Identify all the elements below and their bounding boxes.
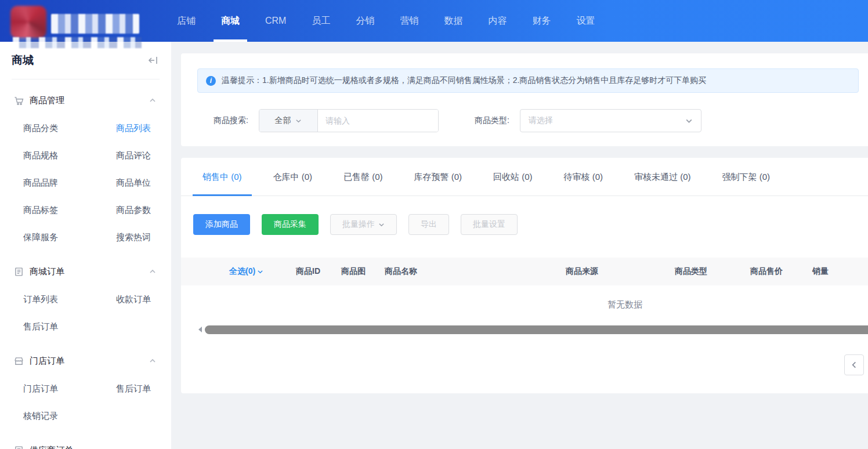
logo-mark-redacted: [10, 6, 46, 38]
export-button[interactable]: 导出: [408, 214, 449, 235]
sidebar-collapse-icon[interactable]: [148, 55, 158, 66]
tab-in-warehouse[interactable]: 仓库中 (0): [263, 158, 323, 195]
tab-recycle-bin[interactable]: 回收站 (0): [483, 158, 542, 195]
sidebar-item-goods-brand[interactable]: 商品品牌: [23, 169, 116, 196]
search-scope-value: 全部: [274, 115, 291, 126]
brand-logo: [5, 3, 154, 49]
batch-operation-label: 批量操作: [342, 219, 375, 230]
select-all-label: 全选(0): [229, 266, 255, 277]
sidebar-item-goods-category[interactable]: 商品分类: [23, 114, 116, 142]
sidebar-section-label: 商品管理: [30, 95, 149, 106]
main-content: i 温馨提示：1.新增商品时可选统一规格或者多规格，满足商品不同销售属性场景；2…: [171, 42, 868, 449]
goods-type-placeholder: 请选择: [529, 115, 685, 126]
sidebar-item-guarantee-service[interactable]: 保障服务: [23, 223, 116, 251]
sidebar-section-mall-orders-header[interactable]: 商城订单: [0, 259, 171, 284]
nav-item-marketing[interactable]: 营销: [400, 0, 418, 42]
search-panel: i 温馨提示：1.新增商品时可选统一规格或者多规格，满足商品不同销售属性场景；2…: [181, 53, 868, 146]
chevron-up-icon: [149, 357, 156, 364]
status-tabs: 销售中 (0) 仓库中 (0) 已售罄 (0) 库存预警 (0) 回收站 (0)…: [181, 158, 868, 196]
batch-operation-button[interactable]: 批量操作: [330, 214, 397, 235]
scroll-left-arrow-icon[interactable]: [198, 327, 202, 332]
logo-text-redacted: [51, 14, 139, 34]
sidebar-section-label: 商城订单: [30, 266, 149, 277]
tab-sold-out[interactable]: 已售罄 (0): [334, 158, 393, 195]
tip-text: 温馨提示：1.新增商品时可选统一规格或者多规格，满足商品不同销售属性场景；2.商…: [222, 75, 706, 86]
sidebar-section-store-orders: 门店订单 门店订单 售后订单 核销记录: [0, 348, 171, 429]
nav-item-distribution[interactable]: 分销: [356, 0, 374, 42]
top-navbar: 店铺 商城 CRM 员工 分销 营销 数据 内容 财务 设置: [0, 0, 868, 42]
sidebar: 商城 商品管理 商品分类: [0, 42, 171, 449]
chevron-up-icon: [149, 97, 156, 104]
collect-goods-button[interactable]: 商品采集: [262, 214, 319, 235]
nav-item-finance[interactable]: 财务: [532, 0, 551, 42]
column-header-goods-name: 商品名称: [385, 266, 566, 277]
sidebar-item-store-aftersale[interactable]: 售后订单: [116, 375, 171, 402]
nav-item-mall[interactable]: 商城: [221, 0, 240, 42]
column-header-sales: 销量: [812, 266, 859, 277]
sidebar-item-goods-unit[interactable]: 商品单位: [116, 169, 171, 196]
nav-item-shop[interactable]: 店铺: [177, 0, 196, 42]
chevron-down-icon: [257, 269, 263, 275]
nav-item-content[interactable]: 内容: [488, 0, 507, 42]
chevron-left-icon: [850, 361, 858, 369]
sidebar-section-supplier-orders: 供应商订单: [0, 437, 171, 449]
empty-data-text: 暂无数据: [181, 299, 868, 310]
goods-type-label: 商品类型:: [475, 115, 509, 126]
sidebar-section-label: 门店订单: [30, 356, 149, 367]
batch-settings-button[interactable]: 批量设置: [461, 214, 518, 235]
nav-item-settings[interactable]: 设置: [576, 0, 595, 42]
chevron-down-icon: [295, 118, 302, 124]
cart-icon: [14, 96, 24, 106]
sidebar-item-goods-list[interactable]: 商品列表: [116, 114, 171, 142]
sidebar-divider: [12, 79, 160, 79]
chevron-down-icon: [378, 222, 385, 228]
sidebar-section-mall-orders: 商城订单 订单列表 收款订单 售后订单: [0, 259, 171, 340]
pagination-prev-button[interactable]: [844, 354, 864, 375]
tab-on-sale[interactable]: 销售中 (0): [193, 158, 252, 195]
sidebar-item-payment-orders[interactable]: 收款订单: [116, 285, 171, 313]
tab-forced-off-shelf[interactable]: 强制下架 (0): [713, 158, 780, 195]
column-header-goods-price: 商品售价: [750, 266, 812, 277]
logo-zone: [0, 0, 177, 42]
select-all-control[interactable]: 全选(0): [229, 266, 296, 277]
sidebar-section-supplier-orders-header[interactable]: 供应商订单: [0, 437, 171, 449]
sidebar-item-store-order-list[interactable]: 门店订单: [23, 375, 116, 402]
column-header-goods-type: 商品类型: [675, 266, 750, 277]
column-header-goods-id: 商品ID: [296, 266, 341, 277]
sidebar-item-writeoff-records[interactable]: 核销记录: [23, 402, 116, 429]
sidebar-section-goods: 商品管理 商品分类 商品列表 商品规格 商品评论 商品品牌 商品单位 商品标签 …: [0, 88, 171, 251]
goods-type-select[interactable]: 请选择: [520, 109, 701, 132]
add-goods-button[interactable]: 添加商品: [193, 214, 250, 235]
nav-item-crm[interactable]: CRM: [265, 0, 286, 42]
nav-item-staff[interactable]: 员工: [312, 0, 330, 42]
info-icon: i: [206, 76, 216, 86]
sidebar-item-goods-comment[interactable]: 商品评论: [116, 142, 171, 169]
sidebar-item-goods-param[interactable]: 商品参数: [116, 196, 171, 223]
horizontal-scrollbar: [198, 325, 868, 334]
chevron-down-icon: [685, 117, 693, 125]
sidebar-item-aftersale-orders[interactable]: 售后订单: [23, 313, 116, 340]
sidebar-title: 商城: [12, 53, 34, 68]
tab-review-rejected[interactable]: 审核未通过 (0): [624, 158, 701, 195]
search-scope-select[interactable]: 全部: [259, 110, 318, 132]
sidebar-item-goods-tag[interactable]: 商品标签: [23, 196, 116, 223]
search-input[interactable]: [318, 110, 438, 132]
tab-pending-review[interactable]: 待审核 (0): [554, 158, 613, 195]
sidebar-section-store-orders-header[interactable]: 门店订单: [0, 348, 171, 374]
goods-table-panel: 销售中 (0) 仓库中 (0) 已售罄 (0) 库存预警 (0) 回收站 (0)…: [181, 158, 868, 393]
horizontal-scrollbar-thumb[interactable]: [205, 325, 868, 334]
sidebar-section-goods-header[interactable]: 商品管理: [0, 88, 171, 113]
sidebar-item-order-list[interactable]: 订单列表: [23, 285, 116, 313]
order-icon: [14, 267, 24, 277]
sidebar-section-label: 供应商订单: [30, 445, 156, 449]
sidebar-item-goods-spec[interactable]: 商品规格: [23, 142, 116, 169]
search-label: 商品搜索:: [214, 115, 248, 126]
nav-item-data[interactable]: 数据: [444, 0, 462, 42]
tab-stock-warning[interactable]: 库存预警 (0): [404, 158, 472, 195]
column-header-goods-image: 商品图: [341, 266, 385, 277]
toolbar: 添加商品 商品采集 批量操作 导出 批量设置: [193, 214, 518, 235]
logo-subtext-redacted: [13, 37, 142, 48]
table-header-row: 全选(0) 商品ID 商品图 商品名称 商品来源 商品类型 商品售价 销量: [181, 258, 868, 285]
main-nav: 店铺 商城 CRM 员工 分销 营销 数据 内容 财务 设置: [177, 0, 595, 42]
sidebar-item-hot-search[interactable]: 搜索热词: [116, 223, 171, 251]
